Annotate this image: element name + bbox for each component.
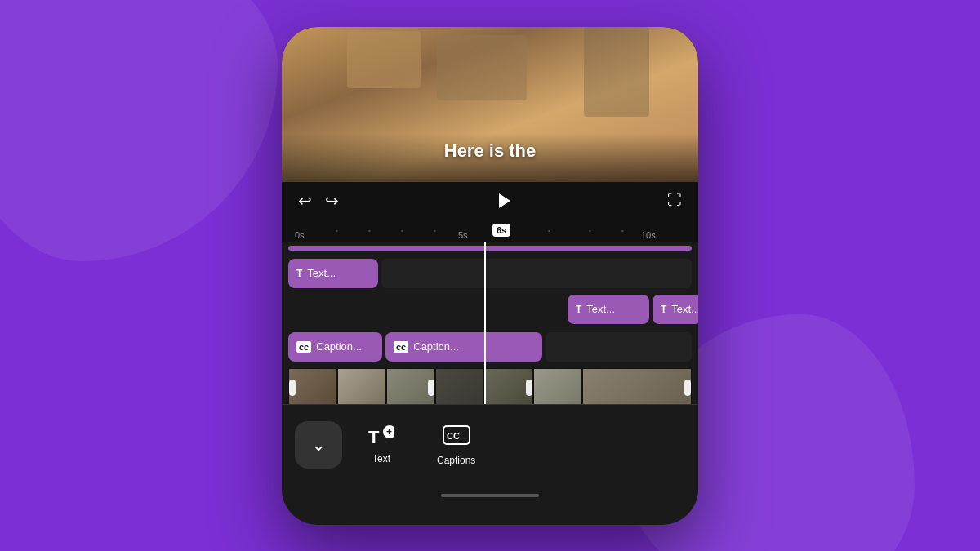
timeline-ruler: 0s • • • • 5s • 6s • • • 10s xyxy=(282,220,698,242)
film-frame-5 xyxy=(484,368,533,404)
filmstrip-handle-mid-right[interactable] xyxy=(526,380,532,396)
home-indicator xyxy=(282,486,698,505)
video-preview: Here is the xyxy=(282,27,698,182)
ruler-dot-4: • xyxy=(434,227,436,234)
captions-tool-label: Captions xyxy=(437,455,475,466)
text-tool-label: Text xyxy=(372,453,390,464)
caption-clip-2-icon: cc xyxy=(394,341,408,353)
caption-clip-1[interactable]: cc Caption... xyxy=(288,332,382,362)
ruler-0s: 0s xyxy=(295,230,305,240)
filmstrip-handle-right[interactable] xyxy=(684,380,691,396)
text-track-row-2: T Text... T Text... xyxy=(282,291,698,329)
film-frame-3 xyxy=(386,368,435,404)
text-clip-1-label: Text... xyxy=(307,267,336,279)
text-track-spacer-1 xyxy=(381,259,692,288)
ruler-5s: 5s xyxy=(458,230,468,240)
collapse-button[interactable]: ⌄ xyxy=(295,421,342,469)
film-frame-4 xyxy=(435,368,484,404)
video-filmstrip[interactable] xyxy=(282,367,698,404)
svg-text:CC: CC xyxy=(447,431,460,441)
caption-clip-1-icon: cc xyxy=(296,341,311,353)
controls-left: ↩ ↪ xyxy=(298,191,339,211)
ruler-dot-6: • xyxy=(548,227,550,234)
controls-bar: ↩ ↪ ⛶ xyxy=(282,182,698,220)
film-frame-2 xyxy=(337,368,386,404)
captions-track-row: cc Caption... cc Caption... xyxy=(282,329,698,367)
text-tool-button[interactable]: T + Text xyxy=(349,419,414,471)
captions-tool-icon: CC xyxy=(443,424,470,450)
text-clip-1-icon: T xyxy=(296,268,302,279)
undo-button[interactable]: ↩ xyxy=(298,191,312,211)
video-box-2 xyxy=(437,35,527,100)
text-clip-3-icon: T xyxy=(661,304,666,315)
ruler-10s: 10s xyxy=(641,230,656,240)
bottom-toolbar: ⌄ T + Text CC Captions xyxy=(282,404,698,486)
caption-clip-1-label: Caption... xyxy=(316,340,362,353)
text-clip-2[interactable]: T Text... xyxy=(568,295,649,324)
filmstrip-handle-left[interactable] xyxy=(289,380,296,396)
play-button[interactable] xyxy=(488,186,518,216)
play-icon xyxy=(499,193,510,208)
text-clip-2-icon: T xyxy=(576,304,581,315)
text-clip-2-label: Text... xyxy=(586,303,615,315)
filmstrip-handle-mid-left[interactable] xyxy=(428,380,434,396)
ruler-dot-3: • xyxy=(401,227,403,234)
ruler-dot-8: • xyxy=(621,227,624,234)
text-clip-3[interactable]: T Text... xyxy=(653,295,698,324)
chevron-down-icon: ⌄ xyxy=(311,434,326,455)
film-frame-6 xyxy=(533,368,582,404)
video-box-1 xyxy=(347,31,421,88)
ruler-dot-1: • xyxy=(336,227,338,234)
caption-clip-2-label: Caption... xyxy=(413,340,459,353)
video-box-3 xyxy=(584,27,649,117)
caption-clip-2[interactable]: cc Caption... xyxy=(385,332,542,362)
redo-button[interactable]: ↪ xyxy=(325,191,339,211)
home-bar xyxy=(441,494,539,497)
main-clip-bar[interactable] xyxy=(288,246,692,251)
phone-frame: Here is the ↩ ↪ ⛶ 0s • • • • 5s • 6s • •… xyxy=(282,27,698,525)
captions-tool-button[interactable]: CC Captions xyxy=(421,417,492,473)
fullscreen-button[interactable]: ⛶ xyxy=(667,192,682,209)
text-clip-3-label: Text... xyxy=(671,303,698,315)
film-frame-1 xyxy=(288,368,337,404)
svg-text:T: T xyxy=(368,427,380,447)
ruler-dot-7: • xyxy=(589,227,591,234)
text-clip-1[interactable]: T Text... xyxy=(288,259,378,288)
tracks-container: T Text... T Text... T Text... cc Caption… xyxy=(282,242,698,404)
ruler-dot-2: • xyxy=(368,227,371,234)
svg-text:+: + xyxy=(386,426,392,438)
captions-spacer xyxy=(546,332,692,362)
video-background: Here is the xyxy=(282,27,698,182)
playhead[interactable] xyxy=(484,242,486,404)
text-tool-icon: T + xyxy=(368,425,394,448)
current-time-badge: 6s xyxy=(492,224,510,237)
text-track-row: T Text... xyxy=(282,254,698,291)
video-caption-text: Here is the xyxy=(444,140,537,162)
film-frame-7 xyxy=(582,368,692,404)
bg-decoration-1 xyxy=(0,0,278,261)
